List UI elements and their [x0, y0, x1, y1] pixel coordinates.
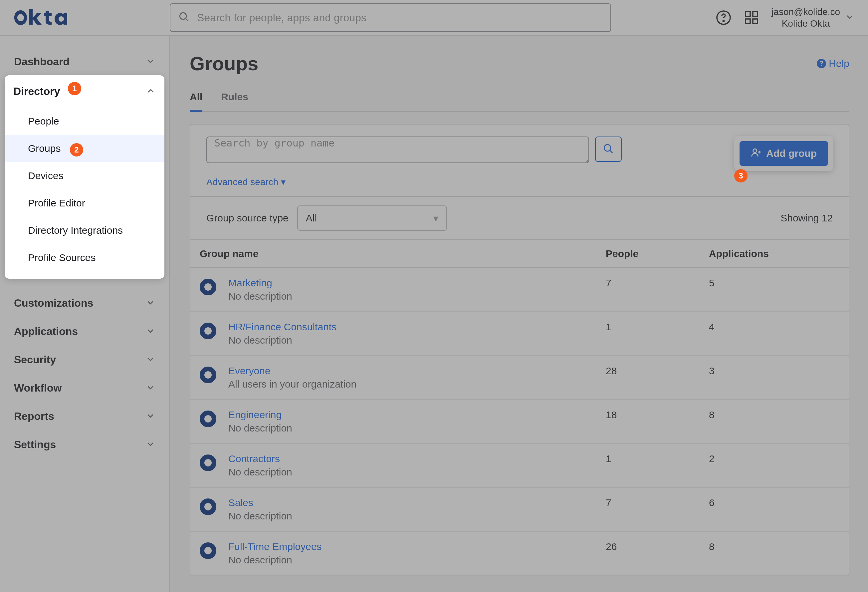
topbar: jason@kolide.co Kolide Okta: [0, 0, 868, 36]
group-desc: All users in your organization: [228, 379, 356, 390]
help-question-icon: ?: [817, 59, 826, 68]
col-header-group-name: Group name: [190, 240, 596, 268]
people-cell: 1: [596, 444, 700, 487]
help-circle-icon[interactable]: [716, 10, 732, 26]
help-link[interactable]: ? Help: [817, 58, 849, 69]
table-row[interactable]: Sales No description 7 6: [190, 487, 849, 531]
directory-sub-people[interactable]: People: [4, 108, 164, 135]
svg-line-1: [186, 19, 188, 21]
advanced-search-link[interactable]: Advanced search ▾: [206, 176, 286, 188]
people-cell: 7: [596, 268, 700, 312]
svg-rect-6: [745, 19, 750, 24]
apps-grid-icon[interactable]: [744, 10, 760, 26]
chevron-down-icon: [145, 297, 155, 309]
group-source-type-label: Group source type: [206, 212, 289, 224]
group-source-type-select[interactable]: All ▾: [297, 206, 447, 231]
chevron-down-icon: [145, 383, 155, 394]
directory-sub-profile-editor[interactable]: Profile Editor: [4, 189, 164, 217]
chevron-down-icon: [845, 12, 855, 23]
people-cell: 7: [596, 487, 700, 531]
callout-badge-3: 3: [734, 169, 747, 182]
apps-cell: 6: [700, 487, 849, 531]
table-row[interactable]: Contractors No description 1 2: [190, 444, 849, 487]
group-name-link[interactable]: Contractors: [228, 453, 292, 465]
group-desc: No description: [228, 466, 292, 478]
group-name-link[interactable]: Everyone: [228, 365, 356, 377]
group-name-link[interactable]: Engineering: [228, 409, 292, 420]
svg-point-8: [604, 145, 611, 151]
directory-sub-profile-sources[interactable]: Profile Sources: [4, 244, 164, 271]
table-row[interactable]: HR/Finance Consultants No description 1 …: [190, 312, 849, 355]
group-circle-icon: [200, 367, 216, 383]
chevron-down-icon: [145, 411, 155, 422]
sidebar-item-reports[interactable]: Reports: [0, 402, 170, 431]
user-email: jason@kolide.co: [772, 6, 840, 18]
group-desc: No description: [228, 291, 292, 302]
search-icon: [603, 143, 614, 155]
group-desc: No description: [228, 423, 292, 434]
tabs: All Rules: [190, 91, 849, 112]
group-circle-icon: [200, 323, 216, 339]
sidebar-item-applications[interactable]: Applications: [0, 317, 170, 346]
add-group-button[interactable]: Add group: [740, 141, 828, 166]
sidebar-item-security[interactable]: Security: [0, 346, 170, 374]
sidebar-item-customizations[interactable]: Customizations: [0, 289, 170, 317]
caret-down-icon: ▾: [281, 176, 286, 188]
global-search-input[interactable]: [170, 3, 611, 32]
group-circle-icon: [200, 454, 216, 471]
group-desc: No description: [228, 511, 292, 522]
table-row[interactable]: Engineering No description 18 8: [190, 400, 849, 444]
people-cell: 1: [596, 312, 700, 355]
table-row[interactable]: Marketing No description 7 5: [190, 268, 849, 312]
apps-cell: 8: [700, 531, 849, 575]
tab-all[interactable]: All: [190, 91, 202, 112]
groups-table: Group name People Applications Marketing…: [190, 240, 849, 576]
page-title: Groups: [190, 52, 258, 75]
group-desc: No description: [228, 554, 322, 566]
group-circle-icon: [200, 499, 216, 515]
group-name-link[interactable]: Full-Time Employees: [228, 541, 322, 552]
group-name-link[interactable]: Marketing: [228, 277, 292, 289]
chevron-down-icon: [145, 354, 155, 366]
chevron-up-icon: [146, 86, 156, 97]
callout-badge-2: 2: [70, 143, 83, 157]
svg-point-3: [723, 20, 724, 21]
group-name-link[interactable]: HR/Finance Consultants: [228, 321, 337, 333]
apps-cell: 2: [700, 444, 849, 487]
col-header-applications: Applications: [700, 240, 849, 268]
svg-rect-5: [753, 12, 757, 16]
add-user-icon: [751, 147, 762, 160]
table-row[interactable]: Full-Time Employees No description 26 8: [190, 531, 849, 575]
caret-down-icon: ▾: [433, 212, 438, 224]
group-name-link[interactable]: Sales: [228, 497, 292, 508]
chevron-down-icon: [145, 326, 155, 337]
people-cell: 18: [596, 400, 700, 444]
group-circle-icon: [200, 410, 216, 427]
directory-sub-directory-integrations[interactable]: Directory Integrations: [4, 217, 164, 244]
okta-logo[interactable]: [13, 9, 170, 27]
chevron-down-icon: [145, 439, 155, 450]
directory-sub-devices[interactable]: Devices: [4, 162, 164, 189]
sidebar-item-dashboard[interactable]: Dashboard: [0, 47, 170, 76]
user-menu-button[interactable]: jason@kolide.co Kolide Okta: [772, 6, 855, 29]
callout-badge-1: 1: [68, 82, 81, 95]
table-row[interactable]: Everyone All users in your organization …: [190, 355, 849, 400]
showing-count: Showing 12: [781, 212, 833, 224]
apps-cell: 8: [700, 400, 849, 444]
directory-sub-groups[interactable]: Groups: [4, 135, 164, 162]
group-search-button[interactable]: [595, 136, 622, 162]
sidebar-item-settings[interactable]: Settings: [0, 431, 170, 459]
search-icon: [179, 11, 190, 24]
group-circle-icon: [200, 542, 216, 559]
apps-cell: 5: [700, 268, 849, 312]
sidebar-item-workflow[interactable]: Workflow: [0, 374, 170, 402]
chevron-down-icon: [145, 56, 155, 68]
tab-rules[interactable]: Rules: [221, 91, 248, 112]
apps-cell: 4: [700, 312, 849, 355]
user-org: Kolide Okta: [772, 18, 840, 29]
people-cell: 26: [596, 531, 700, 575]
group-search-input[interactable]: [206, 136, 589, 163]
svg-point-10: [753, 149, 757, 152]
sidebar-item-directory[interactable]: Directory: [4, 75, 164, 108]
svg-rect-7: [753, 19, 757, 24]
